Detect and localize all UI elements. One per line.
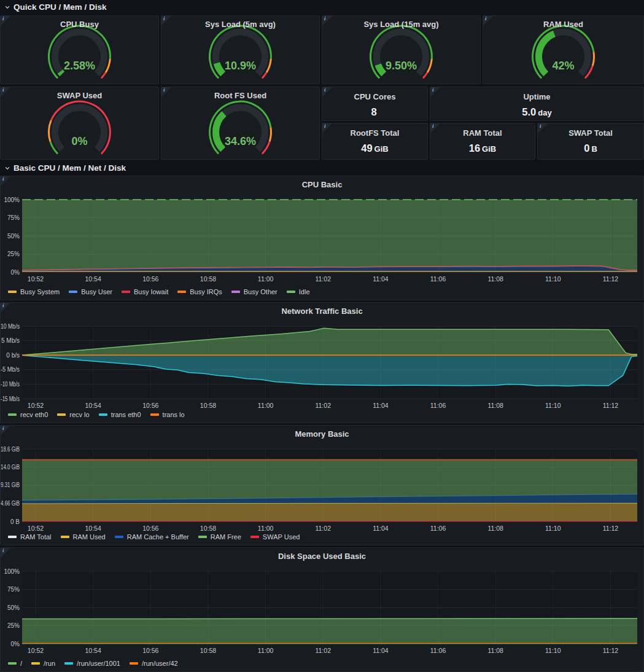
stat-title[interactable]: SWAP Total [568, 128, 613, 138]
legend-swatch [8, 413, 17, 416]
svg-text:-15 Mb/s: -15 Mb/s [1, 396, 20, 402]
svg-text:50%: 50% [7, 233, 20, 240]
panel-title[interactable]: Network Traffic Basic [1, 307, 643, 316]
stat-title[interactable]: CPU Cores [354, 92, 396, 101]
svg-text:-10 Mb/s: -10 Mb/s [1, 381, 20, 388]
section-row-basic[interactable]: Basic CPU / Mem / Net / Disk [0, 162, 644, 174]
legend-swatch [64, 662, 73, 665]
panel-title[interactable]: RAM Used [483, 20, 643, 29]
legend-item[interactable]: / [8, 660, 22, 667]
panel-title[interactable]: Sys Load (5m avg) [161, 20, 319, 29]
legend-swatch [231, 291, 240, 293]
panel-title[interactable]: Sys Load (15m avg) [322, 20, 480, 29]
memory-basic-plot[interactable]: 10:5210:5410:5610:5811:0011:0211:0411:06… [1, 426, 643, 545]
panel-uptime: i Uptime 5.0day [430, 87, 644, 121]
info-icon[interactable]: i [2, 547, 4, 553]
legend-item[interactable]: recv lo [57, 411, 89, 418]
legend-item[interactable]: /run/user/1001 [64, 660, 120, 667]
legend-swatch [8, 662, 17, 665]
panel-title[interactable]: Memory Basic [1, 429, 643, 439]
legend-item[interactable]: trans eth0 [99, 411, 141, 418]
info-icon[interactable]: i [324, 87, 326, 93]
svg-text:10:58: 10:58 [200, 525, 216, 532]
panel-sys-load-5m: i Sys Load (5m avg) 10.9% [161, 15, 320, 84]
svg-text:10:52: 10:52 [28, 402, 44, 409]
svg-text:11:06: 11:06 [430, 525, 446, 532]
section-title-quick: Quick CPU / Mem / Disk [14, 2, 107, 12]
svg-text:10:52: 10:52 [28, 275, 44, 283]
info-icon[interactable]: i [2, 15, 4, 21]
legend-label: Busy User [81, 288, 112, 295]
stat-value: 8 [371, 106, 378, 118]
network-traffic-plot[interactable]: 10:5210:5410:5610:5811:0011:0211:0411:06… [1, 303, 643, 423]
panel-title[interactable]: SWAP Used [1, 91, 158, 100]
info-icon[interactable]: i [432, 123, 434, 129]
legend-item[interactable]: recv eth0 [8, 411, 48, 418]
legend-item[interactable]: Busy IRQs [177, 288, 222, 295]
legend-swatch [57, 413, 66, 416]
legend-item[interactable]: SWAP Used [250, 533, 300, 541]
stat-title[interactable]: RootFS Total [351, 128, 400, 138]
info-icon[interactable]: i [324, 15, 326, 21]
legend-label: trans lo [163, 411, 185, 418]
info-icon[interactable]: i [2, 302, 4, 308]
info-icon[interactable]: i [163, 87, 165, 93]
legend-item[interactable]: Idle [287, 288, 310, 295]
legend-swatch [31, 662, 40, 665]
legend-item[interactable]: RAM Cache + Buffer [115, 533, 189, 541]
svg-text:9.31 GiB: 9.31 GiB [1, 482, 20, 488]
info-icon[interactable]: i [163, 15, 165, 21]
svg-text:14.0 GiB: 14.0 GiB [1, 464, 20, 471]
gauge-value: 9.50% [322, 60, 480, 72]
legend-item[interactable]: RAM Free [198, 533, 241, 541]
info-icon[interactable]: i [432, 87, 434, 93]
svg-text:11:06: 11:06 [430, 402, 446, 409]
legend-swatch [150, 413, 159, 416]
svg-text:100%: 100% [4, 568, 20, 575]
stat-title[interactable]: Uptime [523, 92, 550, 101]
cpu-basic-plot[interactable]: 10:5210:5410:5610:5811:0011:0211:0411:06… [1, 176, 643, 300]
legend-item[interactable]: Busy Iowait [122, 288, 168, 295]
info-icon[interactable]: i [2, 87, 4, 93]
stat-value: 5.0day [522, 106, 551, 118]
legend-item[interactable]: Busy System [8, 288, 60, 295]
svg-text:11:08: 11:08 [487, 525, 503, 532]
panel-title[interactable]: Disk Space Used Basic [1, 552, 643, 561]
svg-text:10:54: 10:54 [85, 525, 101, 532]
svg-text:11:02: 11:02 [315, 275, 331, 283]
legend-item[interactable]: Busy Other [231, 288, 277, 295]
panel-root-fs-used: i Root FS Used 34.6% [161, 87, 320, 160]
svg-text:25%: 25% [7, 251, 20, 257]
panel-sys-load-15m: i Sys Load (15m avg) 9.50% [322, 15, 481, 84]
panel-title[interactable]: Root FS Used [161, 91, 319, 100]
legend-item[interactable]: trans lo [150, 411, 185, 418]
svg-text:10:54: 10:54 [85, 275, 101, 283]
svg-text:11:08: 11:08 [487, 647, 503, 654]
svg-text:11:04: 11:04 [373, 525, 389, 532]
svg-text:11:06: 11:06 [430, 647, 446, 654]
info-icon[interactable]: i [485, 15, 487, 21]
svg-text:10:52: 10:52 [28, 525, 44, 532]
info-icon[interactable]: i [2, 425, 4, 431]
info-icon[interactable]: i [2, 176, 4, 182]
svg-text:11:00: 11:00 [258, 402, 274, 409]
svg-text:0%: 0% [11, 269, 20, 276]
info-icon[interactable]: i [324, 123, 326, 129]
disk-space-plot[interactable]: 10:5210:5410:5610:5811:0011:0211:0411:06… [1, 548, 643, 671]
legend-label: RAM Cache + Buffer [127, 533, 189, 541]
svg-text:0%: 0% [11, 641, 20, 647]
panel-title[interactable]: CPU Basic [1, 180, 643, 189]
legend-item[interactable]: /run/user/42 [130, 660, 178, 667]
panel-title[interactable]: CPU Busy [1, 20, 158, 29]
stat-title[interactable]: RAM Total [463, 128, 502, 138]
section-row-quick[interactable]: Quick CPU / Mem / Disk [0, 1, 644, 14]
svg-text:10:58: 10:58 [200, 275, 216, 283]
legend-item[interactable]: RAM Used [61, 533, 106, 541]
gauge-value: 10.9% [161, 60, 319, 72]
legend-item[interactable]: /run [31, 660, 55, 667]
panel-cpu-cores: i CPU Cores 8 [322, 87, 428, 121]
info-icon[interactable]: i [540, 123, 541, 129]
svg-text:11:10: 11:10 [545, 402, 561, 409]
legend-item[interactable]: RAM Total [8, 533, 52, 541]
legend-item[interactable]: Busy User [69, 288, 112, 295]
